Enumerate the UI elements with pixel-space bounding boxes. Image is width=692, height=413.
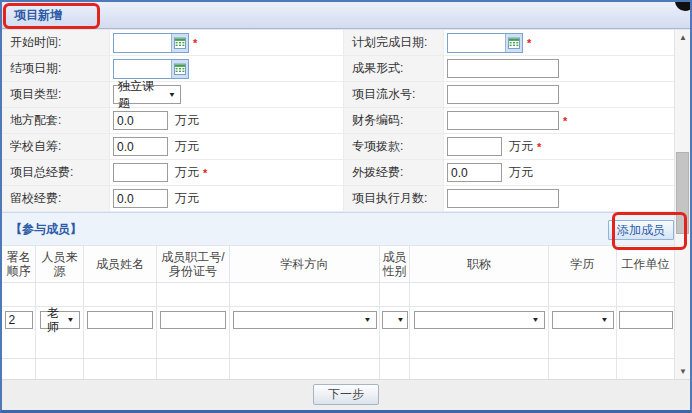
- form-row: 地方配套: 万元 财务编码: *: [2, 108, 690, 134]
- member-source-value: 老师: [45, 307, 62, 334]
- unit-label: 万元: [509, 138, 533, 155]
- new-project-dialog: 项目新增 开始时间: * 计划完成日期:: [0, 0, 692, 413]
- chevron-down-icon: ▼: [168, 91, 176, 99]
- serial-number-label: 项目流水号:: [344, 82, 444, 108]
- required-marker: *: [193, 37, 197, 49]
- table-row-empty: [2, 283, 674, 307]
- special-grant-label: 专项拨款:: [344, 134, 444, 160]
- dialog-footer: 下一步: [2, 379, 690, 410]
- special-grant-input[interactable]: [447, 137, 502, 156]
- result-form-input[interactable]: [447, 59, 559, 78]
- col-header-workunit: 工作单位: [617, 245, 674, 283]
- total-funding-label: 项目总经费:: [2, 160, 110, 186]
- retained-funding-input[interactable]: [113, 189, 168, 208]
- unit-label: 万元: [509, 164, 533, 181]
- scroll-up-icon[interactable]: ▲: [675, 30, 691, 45]
- members-section-title: 【参与成员】: [10, 213, 82, 245]
- calendar-icon[interactable]: [171, 60, 188, 78]
- next-step-button[interactable]: 下一步: [313, 384, 379, 405]
- project-type-label: 项目类型:: [2, 82, 110, 108]
- execution-months-label: 项目执行月数:: [344, 186, 444, 212]
- member-subject-select[interactable]: ▼: [233, 311, 377, 329]
- dialog-title: 项目新增: [14, 2, 62, 28]
- unit-label: 万元: [175, 112, 199, 129]
- finance-code-label: 财务编码:: [344, 108, 444, 134]
- table-row-member: 老师 ▼ ▼ ▼ ▼: [2, 307, 674, 359]
- member-gender-select[interactable]: ▼: [382, 311, 408, 329]
- finance-code-input[interactable]: [447, 111, 559, 130]
- plan-finish-date-label: 计划完成日期:: [344, 30, 444, 56]
- form-row: 学校自筹: 万元 专项拨款: 万元 *: [2, 134, 690, 160]
- member-order-input[interactable]: [5, 311, 33, 329]
- result-form-label: 成果形式:: [344, 56, 444, 82]
- scrollbar-thumb[interactable]: [676, 152, 689, 234]
- table-row-empty: [2, 359, 674, 380]
- calendar-icon[interactable]: [171, 34, 188, 52]
- add-member-button[interactable]: 添加成员: [608, 220, 674, 240]
- end-date-label: 结项日期:: [2, 56, 110, 82]
- scroll-down-icon[interactable]: ▼: [675, 364, 691, 379]
- col-header-order: 署名顺序: [2, 245, 36, 283]
- unit-label: 万元: [175, 190, 199, 207]
- members-table: 署名顺序 人员来源 成员姓名 成员职工号/身份证号 学科方向 成员性别 职称 学…: [2, 245, 674, 380]
- col-header-gender: 成员性别: [380, 245, 410, 283]
- calendar-icon[interactable]: [505, 34, 522, 52]
- form-row: 开始时间: * 计划完成日期: *: [2, 30, 690, 56]
- school-funding-input[interactable]: [113, 137, 168, 156]
- form-row: 结项日期: 成果形式:: [2, 56, 690, 82]
- member-name-input[interactable]: [87, 311, 153, 329]
- vertical-scrollbar[interactable]: ▲ ▼: [674, 30, 690, 379]
- required-marker: *: [563, 115, 567, 127]
- chevron-down-icon: ▼: [397, 314, 405, 326]
- start-date-input[interactable]: [113, 33, 189, 53]
- external-funding-input[interactable]: [447, 163, 502, 182]
- col-header-subject: 学科方向: [230, 245, 380, 283]
- col-header-id: 成员职工号/身份证号: [157, 245, 230, 283]
- chevron-down-icon: ▼: [364, 314, 372, 326]
- project-type-value: 独立课题: [118, 78, 163, 112]
- unit-label: 万元: [175, 164, 199, 181]
- plan-finish-date-field[interactable]: [448, 34, 505, 52]
- execution-months-input[interactable]: [447, 189, 559, 208]
- chevron-down-icon: ▼: [532, 314, 540, 326]
- dialog-titlebar: 项目新增: [2, 2, 690, 29]
- start-date-label: 开始时间:: [2, 30, 110, 56]
- form-row: 项目类型: 独立课题 ▼ 项目流水号:: [2, 82, 690, 108]
- local-funding-input[interactable]: [113, 111, 168, 130]
- members-table-header: 署名顺序 人员来源 成员姓名 成员职工号/身份证号 学科方向 成员性别 职称 学…: [2, 245, 674, 283]
- local-funding-label: 地方配套:: [2, 108, 110, 134]
- member-title-select[interactable]: ▼: [414, 311, 545, 329]
- project-form: 开始时间: * 计划完成日期: *: [2, 29, 690, 212]
- start-date-field[interactable]: [114, 34, 171, 52]
- col-header-name: 成员姓名: [84, 245, 157, 283]
- form-row: 项目总经费: 万元 * 外拨经费: 万元: [2, 160, 690, 186]
- plan-finish-date-input[interactable]: [447, 33, 523, 53]
- serial-number-input[interactable]: [447, 85, 559, 104]
- member-degree-select[interactable]: ▼: [552, 311, 614, 329]
- required-marker: *: [537, 141, 541, 153]
- end-date-field[interactable]: [114, 60, 171, 78]
- external-funding-label: 外拨经费:: [344, 160, 444, 186]
- chevron-down-icon: ▼: [67, 314, 75, 326]
- member-id-input[interactable]: [160, 311, 226, 329]
- member-workunit-input[interactable]: [619, 311, 673, 329]
- col-header-title: 职称: [410, 245, 549, 283]
- chevron-down-icon: ▼: [601, 314, 609, 326]
- retained-funding-label: 留校经费:: [2, 186, 110, 212]
- form-row: 留校经费: 万元 项目执行月数:: [2, 186, 690, 212]
- required-marker: *: [527, 37, 531, 49]
- members-section-header: 【参与成员】 添加成员: [2, 212, 690, 245]
- project-type-select[interactable]: 独立课题 ▼: [113, 85, 181, 104]
- end-date-input[interactable]: [113, 59, 189, 79]
- required-marker: *: [203, 167, 207, 179]
- member-source-select[interactable]: 老师 ▼: [40, 311, 80, 329]
- col-header-degree: 学历: [549, 245, 617, 283]
- col-header-source: 人员来源: [36, 245, 84, 283]
- school-funding-label: 学校自筹:: [2, 134, 110, 160]
- total-funding-input[interactable]: [113, 163, 168, 182]
- close-icon[interactable]: [675, 0, 692, 11]
- unit-label: 万元: [175, 138, 199, 155]
